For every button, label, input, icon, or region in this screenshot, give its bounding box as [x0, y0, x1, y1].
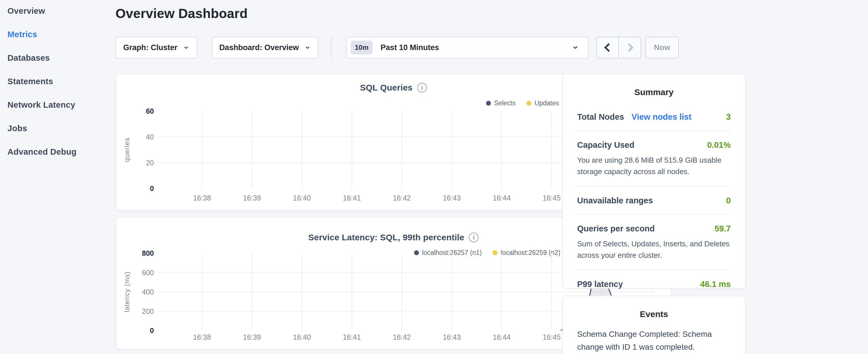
x-axis-tick: 16:44	[493, 333, 511, 341]
summary-row-top: Queries per second59.7	[577, 224, 731, 233]
summary-row-unavailable-ranges: Unavailable ranges0	[577, 187, 731, 215]
sidebar-item-network-latency[interactable]: Network Latency	[7, 93, 111, 117]
summary-row-total-nodes: Total NodesView nodes list3	[577, 103, 731, 131]
summary-value: 46.1 ms	[700, 280, 731, 289]
sidebar-item-advanced-debug[interactable]: Advanced Debug	[7, 140, 111, 164]
summary-value: 0	[726, 196, 731, 205]
time-range-label: Past 10 Minutes	[380, 43, 439, 52]
x-axis-tick: 16:38	[193, 333, 211, 341]
time-prev-button[interactable]	[597, 37, 618, 58]
x-axis-tick: 16:39	[243, 194, 261, 202]
events-panel: Events Schema Change Completed: Schema c…	[562, 296, 746, 354]
x-axis-tick: 16:44	[493, 194, 511, 202]
y-axis-tick: 60	[146, 107, 154, 115]
time-step-buttons	[596, 37, 641, 58]
dashboard-dropdown[interactable]: Dashboard: Overview ⌄	[212, 37, 318, 58]
x-axis-tick: 16:38	[193, 194, 211, 202]
y-axis-title: queries	[123, 137, 131, 162]
y-axis-tick: 20	[146, 159, 154, 167]
sidebar: OverviewMetricsDatabasesStatementsNetwor…	[7, 0, 111, 164]
chevron-down-icon: ⌄	[183, 43, 190, 49]
summary-label: P99 latency	[577, 280, 623, 289]
graph-dropdown[interactable]: Graph: Cluster ⌄	[116, 37, 197, 58]
sidebar-item-overview[interactable]: Overview	[7, 0, 111, 23]
summary-row-top: P99 latency46.1 ms	[577, 280, 731, 289]
y-axis-tick: 0	[150, 185, 154, 192]
events-title: Events	[577, 309, 731, 319]
summary-panel: Summary Total NodesView nodes list3Capac…	[562, 74, 746, 289]
summary-title: Summary	[577, 87, 731, 97]
y-axis-title: latency (ms)	[123, 271, 131, 313]
x-axis-tick: 16:41	[343, 333, 361, 341]
event-item[interactable]: Schema Change Completed: Schema change w…	[577, 328, 731, 354]
x-axis-tick: 16:43	[443, 333, 461, 341]
y-axis-tick: 800	[142, 249, 154, 257]
sidebar-item-metrics[interactable]: Metrics	[7, 23, 111, 46]
summary-label: Capacity Used	[577, 140, 634, 150]
y-axis-tick: 40	[146, 133, 154, 141]
summary-value: 0.01%	[707, 140, 731, 150]
chevron-left-icon	[604, 43, 613, 52]
controls-divider	[331, 37, 332, 58]
summary-row-top: Capacity Used0.01%	[577, 140, 731, 150]
summary-value: 3	[726, 112, 731, 122]
x-axis-tick: 16:42	[393, 194, 411, 202]
x-axis-tick: 16:41	[343, 194, 361, 202]
summary-label: Total Nodes	[577, 112, 624, 122]
sidebar-item-statements[interactable]: Statements	[7, 70, 111, 93]
sidebar-item-databases[interactable]: Databases	[7, 46, 111, 70]
page: OverviewMetricsDatabasesStatementsNetwor…	[0, 0, 868, 354]
summary-label: Queries per second	[577, 224, 655, 233]
chevron-right-icon	[624, 43, 633, 52]
now-button[interactable]: Now	[645, 37, 679, 58]
summary-subtext: You are using 28.6 MiB of 515.9 GiB usab…	[577, 154, 731, 177]
x-axis-tick: 16:39	[243, 333, 261, 341]
summary-rows: Total NodesView nodes list3Capacity Used…	[577, 103, 731, 297]
summary-value: 59.7	[715, 224, 731, 233]
time-next-button[interactable]	[618, 37, 641, 58]
controls-bar: Graph: Cluster ⌄ Dashboard: Overview ⌄ 1…	[116, 37, 672, 58]
summary-row-p99-latency: P99 latency46.1 ms	[577, 270, 731, 297]
events-list: Schema Change Completed: Schema change w…	[577, 328, 731, 354]
time-range-badge: 10m	[351, 41, 373, 55]
summary-row-capacity-used: Capacity Used0.01%You are using 28.6 MiB…	[577, 131, 731, 187]
summary-row-queries-per-second: Queries per second59.7Sum of Selects, Up…	[577, 215, 731, 270]
x-axis-tick: 16:42	[393, 333, 411, 341]
y-axis-tick: 600	[142, 269, 154, 277]
y-axis-tick: 200	[142, 307, 154, 315]
summary-row-top: Unavailable ranges0	[577, 196, 731, 205]
x-axis-tick: 16:40	[293, 194, 311, 202]
chevron-down-icon: ⌄	[304, 43, 311, 49]
dashboard-dropdown-label: Dashboard: Overview	[219, 43, 299, 52]
x-axis-tick: 16:40	[293, 333, 311, 341]
x-axis-tick: 16:45	[543, 333, 561, 341]
y-axis-tick: 400	[142, 288, 154, 296]
summary-row-top: Total NodesView nodes list3	[577, 112, 731, 122]
x-axis-tick: 16:45	[543, 194, 561, 202]
sidebar-item-jobs[interactable]: Jobs	[7, 117, 111, 140]
chevron-down-icon: ⌄	[571, 42, 580, 48]
event-message: Schema Change Completed: Schema change w…	[577, 328, 731, 353]
graph-dropdown-label: Graph: Cluster	[123, 43, 177, 52]
summary-subtext: Sum of Selects, Updates, Inserts, and De…	[577, 238, 731, 261]
summary-label: Unavailable ranges	[577, 196, 653, 205]
x-axis-tick: 16:43	[443, 194, 461, 202]
time-range-picker[interactable]: 10m Past 10 Minutes ⌄	[346, 37, 589, 58]
page-title: Overview Dashboard	[116, 6, 248, 21]
y-axis-tick: 0	[150, 326, 154, 334]
view-nodes-list-link[interactable]: View nodes list	[631, 112, 691, 122]
